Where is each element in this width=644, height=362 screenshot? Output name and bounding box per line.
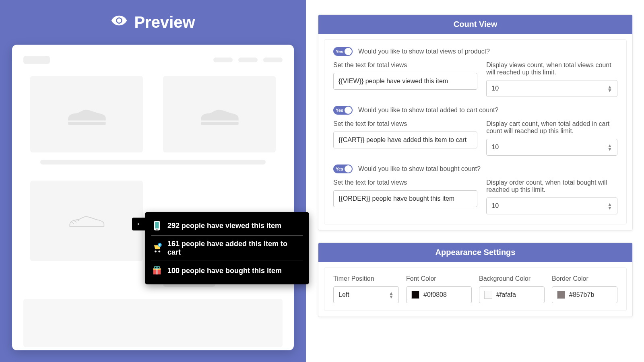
bought-limit-label: Display order count, when total bought w… [486, 179, 617, 193]
svg-rect-0 [68, 122, 105, 125]
bought-field-row: Set the text for total views Display ord… [333, 179, 617, 214]
bought-text-col: Set the text for total views [333, 179, 477, 214]
cart-text-col: Set the text for total views [333, 120, 477, 156]
bought-text-input[interactable] [333, 190, 477, 207]
font-color-input[interactable]: #0f0808 [406, 286, 472, 303]
timer-position-select[interactable]: Left ▲▼ [333, 286, 399, 303]
cart-add-icon [151, 243, 163, 254]
count-view-card: Count View Yes Would you like to show to… [318, 14, 633, 230]
svg-point-5 [155, 251, 157, 253]
views-limit-select[interactable]: 10 ▲▼ [486, 80, 617, 97]
bg-color-input[interactable]: #fafafa [479, 286, 545, 303]
font-color-swatch [411, 291, 419, 299]
views-limit-col: Display views count, when total views co… [486, 62, 617, 97]
bought-toggle-row: Yes Would you like to show total bought … [333, 165, 617, 173]
border-color-col: Border Color #857b7b [552, 275, 617, 303]
views-toggle-row: Yes Would you like to show total views o… [333, 47, 617, 56]
skeleton-footer [23, 299, 283, 347]
views-toggle[interactable]: Yes [333, 47, 353, 56]
gift-icon [151, 265, 163, 276]
font-color-value: #0f0808 [423, 291, 447, 298]
spinner-icon: ▲▼ [607, 203, 612, 210]
product-card [163, 76, 276, 152]
font-color-col: Font Color #0f0808 [406, 275, 472, 303]
stats-popup: 292 people have viewed this item 161 peo… [145, 212, 309, 284]
bought-toggle[interactable]: Yes [333, 165, 353, 173]
views-limit-value: 10 [491, 85, 499, 92]
border-color-label: Border Color [552, 275, 617, 282]
popup-bought-text: 100 people have bought this item [167, 267, 282, 275]
spinner-icon: ▲▼ [607, 85, 612, 92]
cart-question: Would you like to show total added to ca… [358, 107, 498, 114]
cart-text-input[interactable] [333, 132, 477, 148]
skeleton-nav-item [263, 58, 283, 62]
border-color-value: #857b7b [569, 291, 594, 298]
preview-skeleton-header [23, 56, 283, 64]
timer-position-value: Left [339, 291, 349, 298]
skeleton-logo [23, 56, 50, 64]
spinner-icon: ▲▼ [389, 292, 394, 298]
toggle-text: Yes [336, 108, 343, 113]
shoe-icon [197, 99, 242, 129]
cart-field-row: Set the text for total views Display car… [333, 120, 617, 156]
settings-panel: Count View Yes Would you like to show to… [306, 0, 644, 362]
views-text-label: Set the text for total views [333, 62, 477, 69]
toggle-knob [345, 165, 352, 173]
cart-toggle[interactable]: Yes [333, 106, 353, 115]
product-image-placeholder [30, 181, 143, 261]
svg-point-11 [155, 266, 157, 269]
skeleton-nav-item [213, 58, 233, 62]
phone-view-icon [151, 220, 163, 231]
bought-text-label: Set the text for total views [333, 179, 477, 186]
views-limit-label: Display views count, when total views co… [486, 62, 617, 76]
bg-color-label: Background Color [479, 275, 545, 282]
preview-title-text: Preview [134, 13, 195, 31]
skeleton-nav-item [238, 58, 258, 62]
bg-color-value: #fafafa [496, 291, 516, 298]
svg-point-6 [158, 251, 160, 253]
toggle-text: Yes [336, 49, 343, 54]
border-color-input[interactable]: #857b7b [552, 286, 617, 303]
preview-title: Preview [111, 12, 195, 33]
appearance-header: Appearance Settings [318, 243, 632, 262]
shoe-icon [64, 99, 109, 129]
popup-collapse-button[interactable] [132, 218, 145, 230]
product-image-placeholder [163, 76, 276, 152]
cart-limit-col: Display cart count, when total added in … [486, 120, 617, 156]
preview-panel: Preview [0, 0, 306, 362]
svg-point-4 [157, 229, 157, 230]
spinner-icon: ▲▼ [607, 144, 612, 151]
cart-text-label: Set the text for total views [333, 120, 477, 128]
bought-question: Would you like to show total bought coun… [358, 165, 481, 173]
svg-point-12 [157, 266, 160, 269]
popup-views-text: 292 people have viewed this item [167, 222, 281, 230]
count-view-body: Yes Would you like to show total views o… [324, 39, 627, 224]
popup-bought-row: 100 people have bought this item [151, 261, 303, 280]
toggle-text: Yes [336, 167, 343, 171]
appearance-card: Appearance Settings Timer Position Left … [318, 243, 633, 317]
border-color-swatch [557, 291, 565, 299]
svg-rect-10 [157, 268, 157, 274]
products-row [23, 76, 283, 152]
font-color-label: Font Color [406, 275, 472, 282]
cart-limit-select[interactable]: 10 ▲▼ [486, 139, 617, 156]
toggle-knob [345, 48, 352, 55]
svg-rect-3 [155, 222, 159, 228]
count-view-header: Count View [318, 15, 632, 34]
eye-icon [111, 12, 128, 33]
timer-position-label: Timer Position [333, 275, 399, 282]
views-field-row: Set the text for total views Display vie… [333, 62, 617, 97]
popup-cart-row: 161 people have added this item to cart [151, 235, 303, 261]
views-text-input[interactable] [333, 73, 477, 90]
bought-limit-value: 10 [491, 202, 499, 210]
popup-cart-text: 161 people have added this item to cart [167, 240, 303, 257]
skeleton-line [40, 160, 266, 165]
cart-toggle-row: Yes Would you like to show total added t… [333, 106, 617, 115]
bought-limit-select[interactable]: 10 ▲▼ [486, 197, 617, 214]
cart-limit-value: 10 [491, 144, 499, 151]
preview-card: 292 people have viewed this item 161 peo… [12, 45, 294, 350]
skeleton-nav [213, 58, 283, 62]
bg-color-col: Background Color #fafafa [479, 275, 545, 303]
views-question: Would you like to show total views of pr… [358, 48, 490, 55]
bought-limit-col: Display order count, when total bought w… [486, 179, 617, 214]
